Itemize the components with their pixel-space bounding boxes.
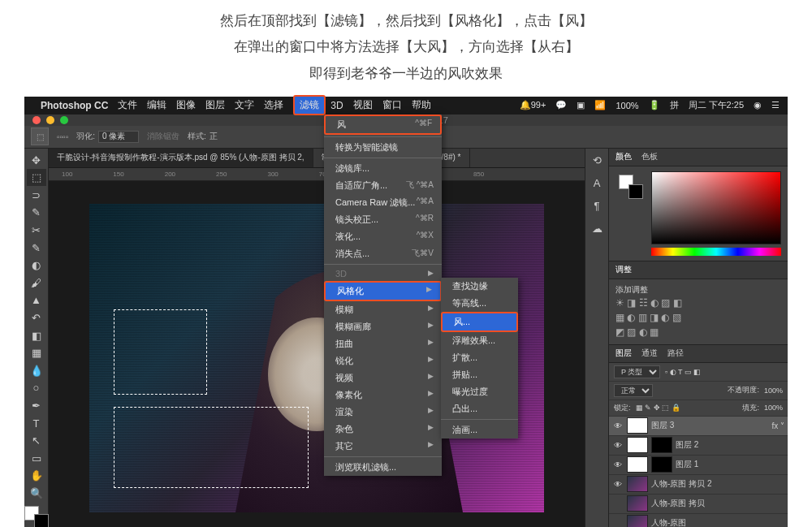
lasso-tool[interactable]: ⊃ bbox=[27, 187, 46, 204]
battery-status[interactable]: 100% bbox=[615, 101, 638, 110]
wechat-icon[interactable]: 💬 bbox=[555, 100, 567, 110]
fill-value[interactable]: 100% bbox=[764, 404, 783, 412]
blur-tool[interactable]: 💧 bbox=[27, 362, 46, 379]
filter-cat-other[interactable]: 其它▶ bbox=[324, 438, 442, 455]
swatches-tab[interactable]: 色板 bbox=[641, 151, 658, 162]
type-tool[interactable]: T bbox=[27, 415, 46, 432]
filter-cat-pixelate[interactable]: 像素化▶ bbox=[324, 387, 442, 404]
move-tool[interactable]: ✥ bbox=[27, 152, 46, 169]
menu-filter[interactable]: 滤镜 bbox=[293, 95, 326, 115]
filter-liquify[interactable]: 液化...^⌘X bbox=[324, 228, 442, 245]
filter-cat-video[interactable]: 视频▶ bbox=[324, 369, 442, 387]
layer-row[interactable]: 👁图层 3fx ˅ bbox=[609, 417, 788, 436]
adjustments-tab[interactable]: 调整 bbox=[615, 264, 632, 275]
layer-filter[interactable]: P 类型 bbox=[614, 365, 660, 378]
layer-row[interactable]: 👁图层 1 bbox=[609, 456, 788, 475]
antialias-checkbox[interactable]: 消除锯齿 bbox=[147, 131, 179, 142]
filter-cat-blurgallery[interactable]: 模糊画廊▶ bbox=[324, 318, 442, 335]
crop-tool[interactable]: ✂ bbox=[27, 222, 46, 239]
char-panel-icon[interactable]: A bbox=[587, 175, 607, 192]
history-tool[interactable]: ↶ bbox=[27, 309, 46, 326]
marquee-mode-icons[interactable]: ▫▫▫▫ bbox=[57, 132, 68, 141]
hue-slider[interactable] bbox=[651, 248, 781, 256]
history-panel-icon[interactable]: ⟲ bbox=[587, 152, 607, 170]
eraser-tool[interactable]: ◧ bbox=[27, 327, 46, 344]
color-swatches[interactable] bbox=[24, 506, 49, 527]
visibility-icon[interactable]: 👁 bbox=[612, 441, 624, 450]
menu-file[interactable]: 文件 bbox=[118, 98, 137, 112]
menu-image[interactable]: 图像 bbox=[176, 98, 196, 112]
stamp-tool[interactable]: ▲ bbox=[27, 292, 46, 309]
filter-smart[interactable]: 转换为智能滤镜 bbox=[324, 139, 442, 156]
notification-badge[interactable]: 🔔99+ bbox=[520, 100, 546, 110]
hand-tool[interactable]: ✋ bbox=[27, 468, 46, 485]
filter-adaptive[interactable]: 自适应广角...飞 ^⌘A bbox=[324, 177, 442, 194]
stylize-extrude[interactable]: 凸出... bbox=[441, 400, 518, 417]
marquee-tool[interactable]: ⬚ bbox=[27, 169, 46, 186]
filter-cat-sharpen[interactable]: 锐化▶ bbox=[324, 352, 442, 369]
color-fgbg[interactable] bbox=[619, 175, 643, 199]
adjustment-icons[interactable]: ◩ ▨ ◐ ▦ bbox=[615, 325, 781, 339]
stylize-diffuse[interactable]: 扩散... bbox=[441, 349, 518, 366]
eyedropper-tool[interactable]: ✎ bbox=[27, 240, 46, 257]
stylize-wind[interactable]: 风... bbox=[441, 312, 518, 332]
ime-indicator[interactable]: 拼 bbox=[670, 99, 679, 111]
stylize-contour[interactable]: 等高线... bbox=[441, 295, 518, 312]
menu-type[interactable]: 文字 bbox=[235, 98, 254, 112]
visibility-icon[interactable]: 👁 bbox=[612, 480, 624, 489]
quickselect-tool[interactable]: ✎ bbox=[27, 205, 46, 222]
filter-cat-distort[interactable]: 扭曲▶ bbox=[324, 335, 442, 352]
feather-input[interactable] bbox=[98, 131, 139, 143]
brush-tool[interactable]: 🖌 bbox=[27, 274, 46, 292]
maximize-button[interactable] bbox=[60, 116, 68, 124]
layers-tab[interactable]: 图层 bbox=[615, 348, 632, 359]
channels-tab[interactable]: 通道 bbox=[641, 348, 658, 359]
paths-tab[interactable]: 路径 bbox=[667, 348, 684, 359]
filter-lens[interactable]: 镜头校正...^⌘R bbox=[324, 211, 442, 228]
tool-preset-icon[interactable]: ⬚ bbox=[31, 127, 49, 145]
layer-row[interactable]: 人物-原图 拷贝 bbox=[609, 495, 788, 514]
stylize-solarize[interactable]: 曝光过度 bbox=[441, 383, 518, 400]
filter-last[interactable]: 风^⌘F bbox=[324, 114, 442, 135]
wifi-icon[interactable]: 📶 bbox=[594, 100, 606, 110]
color-tab[interactable]: 颜色 bbox=[615, 151, 632, 162]
adjustment-icons[interactable]: ☀ ◨ ☷ ◐ ▨ ◧ bbox=[615, 296, 781, 310]
siri-icon[interactable]: ◉ bbox=[754, 100, 762, 110]
style-value[interactable]: 正 bbox=[209, 131, 218, 142]
menu-view[interactable]: 视图 bbox=[353, 98, 373, 112]
stylize-findedges[interactable]: 查找边缘 bbox=[441, 278, 518, 295]
filter-cat-stylize[interactable]: 风格化▶ bbox=[324, 281, 442, 301]
visibility-icon[interactable]: 👁 bbox=[612, 460, 624, 469]
layer-row[interactable]: 人物-原图 bbox=[609, 514, 788, 527]
stylize-oilpaint[interactable]: 油画... bbox=[441, 421, 518, 438]
layer-row[interactable]: 👁图层 2 bbox=[609, 436, 788, 456]
heal-tool[interactable]: ◐ bbox=[27, 257, 46, 274]
spotlight-icon[interactable]: ☰ bbox=[771, 100, 780, 110]
menu-help[interactable]: 帮助 bbox=[412, 98, 431, 112]
menu-select[interactable]: 选择 bbox=[264, 98, 283, 112]
para-panel-icon[interactable]: ¶ bbox=[587, 197, 607, 215]
opacity-value[interactable]: 100% bbox=[764, 387, 783, 395]
menu-edit[interactable]: 编辑 bbox=[147, 98, 166, 112]
filter-gallery[interactable]: 滤镜库... bbox=[324, 160, 442, 177]
close-button[interactable] bbox=[32, 116, 41, 124]
visibility-icon[interactable]: 👁 bbox=[612, 421, 624, 430]
menu-3d[interactable]: 3D bbox=[330, 100, 343, 111]
color-picker[interactable] bbox=[651, 171, 781, 244]
lock-icons[interactable]: ▦ ✎ ✥ ⬚ 🔒 bbox=[636, 404, 680, 412]
dodge-tool[interactable]: ○ bbox=[27, 380, 46, 397]
menu-layer[interactable]: 图层 bbox=[205, 98, 225, 112]
path-tool[interactable]: ↖ bbox=[27, 432, 46, 449]
filter-camera-raw[interactable]: Camera Raw 滤镜...^⌘A bbox=[324, 194, 442, 211]
layer-row[interactable]: 👁人物-原图 拷贝 2 bbox=[609, 475, 788, 495]
adjustment-icons[interactable]: ▦ ◐ ▥ ◨ ◐ ▧ bbox=[615, 310, 781, 325]
stylize-emboss[interactable]: 浮雕效果... bbox=[441, 332, 518, 349]
blend-mode[interactable]: 正常 bbox=[614, 384, 653, 397]
filter-cat-blur[interactable]: 模糊▶ bbox=[324, 301, 442, 318]
datetime[interactable]: 周二 下午2:25 bbox=[689, 99, 744, 111]
menu-window[interactable]: 窗口 bbox=[382, 98, 402, 112]
filter-vanishing[interactable]: 消失点...飞⌘V bbox=[324, 245, 442, 262]
gradient-tool[interactable]: ▦ bbox=[27, 344, 46, 361]
libraries-icon[interactable]: ☁ bbox=[587, 220, 607, 238]
filter-cat-render[interactable]: 渲染▶ bbox=[324, 404, 442, 421]
